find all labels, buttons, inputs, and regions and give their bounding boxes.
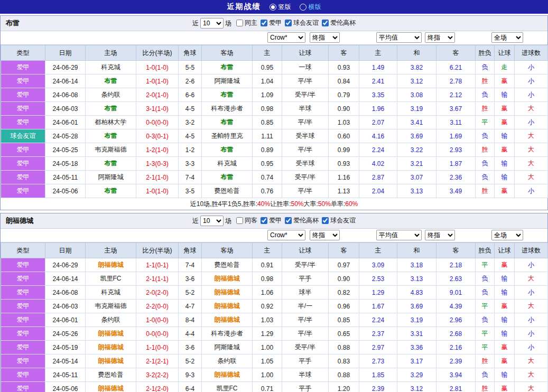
filter-checkbox-input[interactable] [322, 217, 329, 224]
match-date: 24-06-14 [45, 74, 86, 88]
match-count-select[interactable]: 10 [200, 18, 224, 29]
euro-draw-odds: 3.82 [397, 61, 436, 74]
home-team-name: 布雷 [86, 157, 136, 171]
asia-away-odds: 1.03 [329, 116, 359, 129]
euro-odds-type-select[interactable]: 终指 [425, 32, 455, 43]
asia-away-odds: 0.90 [329, 102, 359, 116]
asia-away-odds: 1.13 [329, 184, 359, 198]
section-summary: 近10场,胜4平1负5, 胜率:40% 让胜率:50% 大率:50% 单率:60… [1, 198, 547, 210]
match-result-flag: 负 [476, 272, 495, 286]
match-date: 24-06-03 [45, 300, 86, 313]
asia-odds-type-select[interactable]: 终指 [310, 230, 340, 240]
euro-draw-odds: 3.17 [397, 354, 436, 368]
asia-handicap: 平/半 [282, 143, 329, 157]
euro-away-odds: 2.16 [436, 341, 476, 354]
asia-away-odds: 0.65 [329, 327, 359, 341]
scope-select[interactable]: 全场 [491, 32, 523, 43]
euro-average-select[interactable]: 平均值 [376, 32, 422, 43]
col-header-euro-away: 客 [436, 243, 476, 258]
filter-checkbox-input[interactable] [236, 20, 243, 26]
asia-home-odds: 1.03 [253, 313, 282, 327]
handicap-result-flag: 赢 [495, 354, 515, 368]
asia-away-odds: 1.16 [329, 171, 359, 184]
corner-count: 8-4 [179, 313, 202, 327]
league-badge: 爱甲 [1, 157, 45, 171]
summary-segment: 50% [291, 200, 303, 208]
asia-handicap: 半/一 [282, 300, 329, 313]
filter-checkbox-input[interactable] [236, 217, 243, 224]
col-header-home: 主场 [86, 243, 136, 258]
match-row: 爱甲24-05-19朗福德城1-1(0-0)3-6阿斯隆城1.00受平/半0.8… [1, 341, 548, 354]
euro-away-odds: 3.94 [436, 368, 476, 382]
euro-home-odds: 2.97 [359, 341, 397, 354]
match-count-select[interactable]: 10 [200, 216, 224, 226]
matches-table: 类型 日期 主场 比分(半场) 角球 客场 主 让球 客 主 和 客 胜负 让球… [1, 242, 548, 392]
filter-checkbox-input[interactable] [322, 20, 329, 26]
asia-handicap: 受平/半 [282, 341, 329, 354]
handicap-result-flag: 输 [495, 313, 515, 327]
near-label: 近 [192, 217, 199, 226]
score-halftime: 1-0(1-0) [136, 74, 179, 88]
euro-away-odds: 2.96 [436, 313, 476, 327]
euro-draw-odds: 3.12 [397, 382, 436, 392]
handicap-result-flag: 赢 [495, 143, 515, 157]
home-team-name: 科克城 [86, 286, 136, 300]
match-date: 24-05-11 [45, 171, 86, 184]
match-date: 24-05-18 [45, 157, 86, 171]
filter-checkbox-input[interactable] [285, 20, 292, 26]
home-team-name: 阿斯隆城 [86, 171, 136, 184]
filter-checkbox-input[interactable] [261, 20, 267, 26]
filter-checkbox[interactable]: 球会友谊 [322, 216, 356, 225]
corner-count: 7-4 [179, 258, 202, 272]
asia-home-odds: 0.95 [253, 157, 282, 171]
goals-over-under-flag: 小 [515, 184, 548, 198]
asia-away-odds: 0.60 [329, 129, 359, 143]
score-halftime: 0-0(0-0) [136, 327, 179, 341]
asia-home-odds: 0.92 [253, 300, 282, 313]
euro-draw-odds: 3.41 [397, 116, 436, 129]
asia-handicap: 半球 [282, 368, 329, 382]
handicap-result-flag: 赢 [495, 382, 515, 392]
league-badge: 爱甲 [1, 88, 45, 102]
col-header-euro-home: 主 [359, 243, 397, 258]
filter-checkbox[interactable]: 同主 [236, 18, 257, 27]
handicap-result-flag: 输 [495, 129, 515, 143]
filter-checkbox[interactable]: 爱甲 [261, 216, 282, 225]
match-row: 爱甲24-05-26朗福德城0-0(0-0)4-4科布漫步者1.29平/半0.6… [1, 327, 548, 341]
filter-checkbox-label: 爱甲 [269, 18, 282, 27]
section-filter-bar: 近 10 场 同客爱甲爱伦高杯球会友谊 [192, 216, 356, 226]
bookmaker-select[interactable]: Crow* [267, 32, 305, 43]
goals-over-under-flag: 小 [515, 88, 548, 102]
home-team-name: 韦克斯福德 [86, 143, 136, 157]
asia-home-odds: 1.04 [253, 74, 282, 88]
corner-count: 3-5 [179, 184, 202, 198]
layout-radio-horizontal[interactable]: 横版 [300, 3, 321, 12]
euro-away-odds: 4.39 [436, 300, 476, 313]
scope-select[interactable]: 全场 [491, 230, 523, 240]
euro-draw-odds: 3.36 [397, 341, 436, 354]
away-team-name: 凯里FC [202, 382, 253, 392]
match-result-flag: 负 [476, 129, 495, 143]
col-header-asia-away: 客 [329, 45, 359, 61]
euro-odds-type-select[interactable]: 终指 [425, 230, 455, 240]
match-result-flag: 负 [476, 313, 495, 327]
corner-count: 1-2 [179, 143, 202, 157]
radio-label-horizontal: 横版 [309, 3, 321, 12]
bookmaker-select[interactable]: Crow* [267, 230, 305, 240]
euro-average-select[interactable]: 平均值 [376, 230, 422, 240]
filter-checkbox[interactable]: 爱甲 [261, 18, 282, 27]
col-header-euro-away: 客 [436, 45, 476, 61]
handicap-result-flag: 赢 [495, 102, 515, 116]
match-date: 24-06-29 [45, 258, 86, 272]
score-halftime: 2-1(1-1) [136, 272, 179, 286]
filter-checkbox-input[interactable] [285, 217, 292, 224]
asia-odds-type-select[interactable]: 终指 [310, 32, 340, 43]
asia-handicap: 平手 [282, 354, 329, 368]
filter-checkbox[interactable]: 爱伦高杯 [285, 216, 319, 225]
summary-segment: 40% [257, 200, 270, 208]
filter-checkbox-input[interactable] [261, 217, 267, 224]
filter-checkbox[interactable]: 球会友谊 [285, 18, 319, 27]
layout-radio-vertical[interactable]: 竖版 [270, 3, 291, 12]
filter-checkbox[interactable]: 爱伦高杯 [322, 18, 356, 27]
filter-checkbox[interactable]: 同客 [236, 216, 257, 225]
